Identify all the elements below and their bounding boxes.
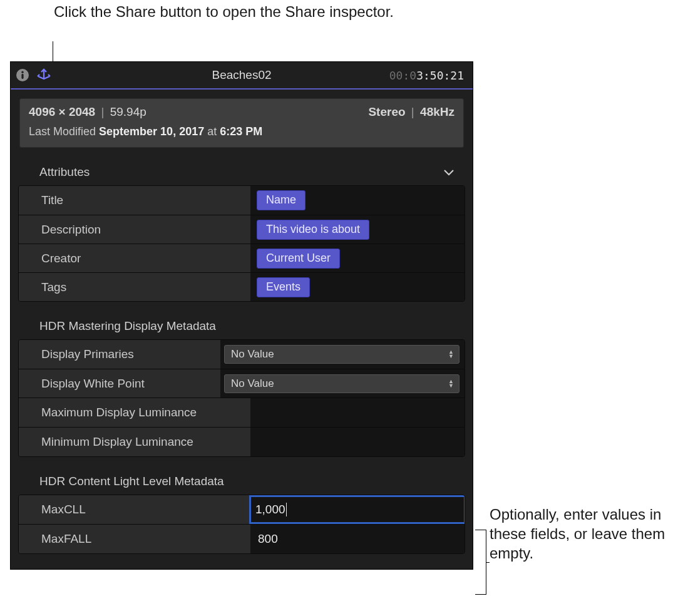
svg-rect-2 xyxy=(21,74,23,79)
min-luminance-label: Minimum Display Luminance xyxy=(19,428,250,456)
attr-tags-field[interactable]: Events xyxy=(250,273,465,301)
callout-bracket xyxy=(475,530,486,595)
attr-description-field[interactable]: This video is about xyxy=(250,215,465,244)
attr-creator-label: Creator xyxy=(19,244,250,272)
token-title[interactable]: Name xyxy=(257,190,305,210)
summary-framerate: 59.94p xyxy=(110,105,146,118)
max-luminance-input[interactable] xyxy=(257,402,458,423)
summary-modified-row: Last Modified September 10, 2017 at 6:23… xyxy=(20,125,463,147)
row-max-luminance: Maximum Display Luminance xyxy=(19,398,465,427)
callout-share-button: Click the Share button to open the Share… xyxy=(54,3,394,21)
attributes-group: Title Name Description This video is abo… xyxy=(18,185,465,302)
timecode-bright: 3:50:21 xyxy=(416,69,464,82)
display-primaries-value: No Value xyxy=(231,348,274,361)
row-maxcll: MaxCLL 1,000 xyxy=(19,495,465,524)
attributes-section-header[interactable]: Attributes xyxy=(11,148,473,185)
maxfall-label: MaxFALL xyxy=(19,525,250,553)
chevron-down-icon xyxy=(444,165,454,179)
display-whitepoint-label: Display White Point xyxy=(19,369,220,398)
display-whitepoint-select[interactable]: No Value ▲▼ xyxy=(224,374,459,393)
summary-format-row: 4096 × 2048 | 59.94p Stereo | 48kHz xyxy=(20,99,463,125)
attr-title-label: Title xyxy=(19,186,250,215)
summary-resolution: 4096 × 2048 xyxy=(29,105,95,118)
token-creator[interactable]: Current User xyxy=(257,249,340,269)
summary-sample-rate: 48kHz xyxy=(420,105,454,118)
attr-title-field[interactable]: Name xyxy=(250,186,465,215)
attr-description-label: Description xyxy=(19,215,250,244)
hdr-master-group: Display Primaries No Value ▲▼ Display Wh… xyxy=(18,339,465,457)
callout-leader-line xyxy=(53,41,53,64)
callout-text: Optionally, enter values in these fields… xyxy=(490,506,665,562)
text-caret xyxy=(286,503,287,516)
modified-date: September 10, 2017 xyxy=(99,125,204,138)
attr-row-description: Description This video is about xyxy=(19,215,465,244)
display-primaries-label: Display Primaries xyxy=(19,340,220,369)
row-maxfall: MaxFALL xyxy=(19,524,465,553)
modified-time: 6:23 PM xyxy=(220,125,262,138)
inspector-header: Beaches02 00:03:50:21 xyxy=(11,62,473,90)
modified-label: Last Modified xyxy=(29,125,96,138)
callout-cll-fields: Optionally, enter values in these fields… xyxy=(490,505,684,563)
modified-at: at xyxy=(207,125,217,138)
attr-row-title: Title Name xyxy=(19,186,465,215)
callout-text: Click the Share button to open the Share… xyxy=(54,3,394,20)
row-display-primaries: Display Primaries No Value ▲▼ xyxy=(19,340,465,369)
attr-tags-label: Tags xyxy=(19,273,250,301)
maxfall-input[interactable] xyxy=(257,528,458,550)
token-description[interactable]: This video is about xyxy=(257,220,369,240)
updown-icon: ▲▼ xyxy=(448,350,454,359)
info-icon[interactable] xyxy=(16,68,29,82)
timecode-dim: 00:0 xyxy=(389,69,416,82)
max-luminance-label: Maximum Display Luminance xyxy=(19,398,250,427)
min-luminance-input[interactable] xyxy=(257,431,458,453)
attr-row-tags: Tags Events xyxy=(19,272,465,301)
maxcll-input[interactable]: 1,000 xyxy=(250,496,465,523)
token-tags[interactable]: Events xyxy=(257,277,310,297)
clip-summary: 4096 × 2048 | 59.94p Stereo | 48kHz Last… xyxy=(19,98,464,148)
svg-point-1 xyxy=(21,71,23,73)
display-primaries-select[interactable]: No Value ▲▼ xyxy=(224,345,459,364)
display-whitepoint-value: No Value xyxy=(231,377,274,390)
timecode: 00:03:50:21 xyxy=(389,69,464,82)
maxcll-value: 1,000 xyxy=(255,503,285,516)
attributes-section-title: Attributes xyxy=(39,165,90,179)
share-icon[interactable] xyxy=(36,68,52,83)
hdr-cll-section-title: HDR Content Light Level Metadata xyxy=(11,457,473,495)
summary-audio-mode: Stereo xyxy=(368,105,405,118)
row-display-whitepoint: Display White Point No Value ▲▼ xyxy=(19,369,465,398)
maxcll-label: MaxCLL xyxy=(19,495,250,524)
attr-row-creator: Creator Current User xyxy=(19,244,465,272)
hdr-master-section-title: HDR Mastering Display Metadata xyxy=(11,302,473,339)
hdr-cll-group: MaxCLL 1,000 MaxFALL xyxy=(18,495,465,554)
share-inspector-panel: Beaches02 00:03:50:21 4096 × 2048 | 59.9… xyxy=(10,61,473,570)
attr-creator-field[interactable]: Current User xyxy=(250,244,465,272)
row-min-luminance: Minimum Display Luminance xyxy=(19,427,465,456)
updown-icon: ▲▼ xyxy=(448,379,454,388)
